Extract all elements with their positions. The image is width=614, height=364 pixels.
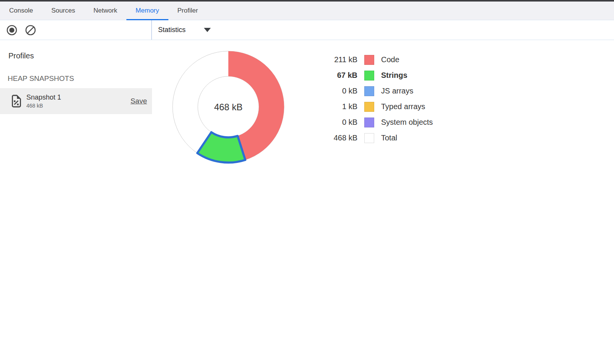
tab-profiler[interactable]: Profiler <box>168 2 207 20</box>
clear-profiles-button[interactable] <box>24 24 37 36</box>
legend-size: 0 kB <box>328 87 357 95</box>
legend-size: 468 kB <box>328 134 357 142</box>
legend-label: Strings <box>381 71 407 80</box>
profiles-sidebar: Profiles HEAP SNAPSHOTS Snapshot 1 468 k… <box>0 40 152 364</box>
legend-label: JS arrays <box>381 87 413 95</box>
donut-chart-svg: 468 kB <box>171 50 286 164</box>
tab-console-label: Console <box>9 7 33 14</box>
snapshot-list-item[interactable]: Snapshot 1 468 kB Save <box>0 88 152 114</box>
code-swatch-icon <box>364 55 374 65</box>
tab-memory-label: Memory <box>136 7 159 14</box>
legend-row-total[interactable]: 468 kB Total <box>328 130 433 146</box>
legend-size: 1 kB <box>328 102 357 111</box>
profiles-title: Profiles <box>8 52 152 60</box>
legend-row-typed-arrays[interactable]: 1 kB Typed arrays <box>328 99 433 114</box>
heap-statistics-donut-chart[interactable]: 468 kB <box>171 50 286 164</box>
legend-row-system-objects[interactable]: 0 kB System objects <box>328 114 433 130</box>
strings-swatch-icon <box>364 71 374 81</box>
heap-snapshot-file-icon <box>11 95 21 108</box>
typed-arrays-swatch-icon <box>364 102 374 112</box>
legend-size: 0 kB <box>328 118 357 127</box>
legend-size: 67 kB <box>328 71 357 80</box>
tab-console[interactable]: Console <box>0 2 42 20</box>
snapshot-title: Snapshot 1 <box>26 93 61 101</box>
legend-label: Code <box>381 55 399 64</box>
tab-memory[interactable]: Memory <box>126 2 168 20</box>
legend-label: System objects <box>381 118 433 127</box>
statistics-view: 468 kB 211 kB Code 67 kB Strings 0 kB JS… <box>153 40 614 364</box>
legend-label: Typed arrays <box>381 102 425 111</box>
memory-toolbar: Statistics <box>0 20 614 40</box>
clear-icon <box>25 24 36 36</box>
js-arrays-swatch-icon <box>364 86 374 96</box>
total-swatch-icon <box>364 133 374 143</box>
heap-snapshots-section-title: HEAP SNAPSHOTS <box>8 74 152 83</box>
chevron-down-icon <box>204 28 211 32</box>
tab-sources[interactable]: Sources <box>42 2 84 20</box>
tab-sources-label: Sources <box>51 7 75 14</box>
perspective-select-value: Statistics <box>158 26 186 34</box>
perspective-select[interactable]: Statistics <box>158 26 211 34</box>
save-snapshot-link[interactable]: Save <box>131 97 147 105</box>
devtools-tab-bar: Console Sources Network Memory Profiler <box>0 2 614 20</box>
toolbar-right-section: Statistics <box>152 20 614 40</box>
record-heap-snapshot-button[interactable] <box>6 24 18 36</box>
toolbar-left-section <box>0 20 152 40</box>
legend-row-code[interactable]: 211 kB Code <box>328 52 433 68</box>
legend-row-js-arrays[interactable]: 0 kB JS arrays <box>328 83 433 99</box>
tab-network-label: Network <box>94 7 117 14</box>
record-icon <box>6 24 18 36</box>
legend-label: Total <box>381 134 397 142</box>
tab-profiler-label: Profiler <box>178 7 198 14</box>
chart-legend: 211 kB Code 67 kB Strings 0 kB JS arrays… <box>328 52 433 146</box>
donut-center-total: 468 kB <box>214 102 243 112</box>
legend-size: 211 kB <box>328 55 357 64</box>
system-objects-swatch-icon <box>364 118 374 127</box>
snapshot-size: 468 kB <box>26 103 61 109</box>
legend-row-strings[interactable]: 67 kB Strings <box>328 68 433 83</box>
snapshot-text-block: Snapshot 1 468 kB <box>26 93 61 109</box>
tab-network[interactable]: Network <box>84 2 126 20</box>
